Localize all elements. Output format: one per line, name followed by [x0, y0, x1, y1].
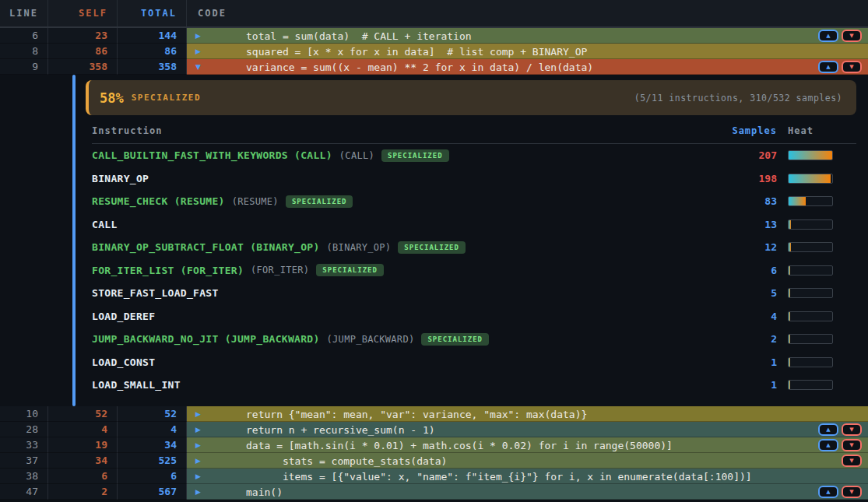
- line-number: 10: [0, 406, 48, 422]
- code-line-row[interactable]: 6 23 144 ▶ total = sum(data) # CALL + it…: [0, 28, 868, 44]
- expand-toggle-icon[interactable]: ▶: [195, 457, 201, 465]
- code-cell[interactable]: ▼ variance = sum((x - mean) ** 2 for x i…: [187, 59, 868, 75]
- down-arrow-icon: ▼: [849, 427, 853, 433]
- line-number: 37: [0, 453, 48, 469]
- code-rows-bottom: 10 52 52 ▶ return {"mean": mean, "var": …: [0, 406, 868, 500]
- code-cell[interactable]: ▶ squared = [x * x for x in data] # list…: [187, 44, 868, 59]
- self-samples: 86: [48, 44, 118, 59]
- down-arrow-icon: ▼: [849, 458, 853, 464]
- instruction-table-header: Instruction Samples Heat: [92, 125, 856, 144]
- hotspot-nav-buttons: ▲ ▼: [818, 423, 862, 436]
- down-arrow-icon: ▼: [849, 64, 853, 70]
- hotspot-nav-buttons: ▲ ▼: [818, 30, 862, 42]
- code-cell[interactable]: ▶ data = [math.sin(i * 0.01) + math.cos(…: [187, 437, 868, 453]
- line-number: 9: [0, 59, 48, 75]
- heat-bar: [788, 357, 833, 367]
- column-header-line: LINE: [0, 0, 48, 26]
- hotspot-nav-buttons: ▲ ▼: [818, 61, 862, 73]
- column-header-samples: Samples: [722, 125, 777, 136]
- code-cell[interactable]: ▶ main() ▲ ▼: [187, 484, 868, 500]
- total-samples: 567: [118, 484, 187, 500]
- instruction-samples: 13: [722, 219, 777, 230]
- prev-hotspot-button[interactable]: ▲: [818, 61, 838, 73]
- self-samples: 358: [48, 59, 118, 75]
- instruction-row: LOAD_CONST 1: [92, 351, 856, 374]
- next-hotspot-button[interactable]: ▼: [842, 61, 862, 73]
- instruction-name: JUMP_BACKWARD_NO_JIT (JUMP_BACKWARD): [92, 333, 320, 345]
- expand-toggle-icon[interactable]: ▶: [195, 488, 201, 496]
- self-samples: 4: [48, 422, 118, 437]
- prev-hotspot-button[interactable]: ▲: [818, 423, 838, 436]
- source-code: data = [math.sin(i * 0.01) + math.cos(i …: [246, 439, 673, 451]
- self-samples: 23: [48, 28, 118, 44]
- self-samples: 19: [48, 437, 118, 453]
- instruction-row: CALL_BUILTIN_FAST_WITH_KEYWORDS (CALL) (…: [92, 144, 856, 167]
- code-line-row[interactable]: 33 19 34 ▶ data = [math.sin(i * 0.01) + …: [0, 437, 868, 453]
- code-cell[interactable]: ▶ stats = compute_stats(data) ▼: [187, 453, 868, 469]
- heat-bar: [788, 380, 833, 390]
- specialized-badge: SPECIALIZED: [421, 333, 489, 346]
- code-line-row[interactable]: 8 86 86 ▶ squared = [x * x for x in data…: [0, 44, 868, 59]
- prev-hotspot-button[interactable]: ▲: [818, 30, 838, 42]
- instruction-name: STORE_FAST_LOAD_FAST: [92, 287, 219, 299]
- code-cell[interactable]: ▶ return n + recursive_sum(n - 1) ▲ ▼: [187, 422, 868, 437]
- next-hotspot-button[interactable]: ▼: [842, 439, 862, 451]
- code-cell[interactable]: ▶ return {"mean": mean, "var": variance,…: [187, 406, 868, 422]
- total-samples: 52: [118, 406, 187, 422]
- source-code: stats = compute_stats(data): [246, 455, 447, 466]
- code-cell[interactable]: ▶ items = [{"value": x, "name": f"item_{…: [187, 469, 868, 484]
- total-samples: 6: [118, 469, 187, 484]
- expand-toggle-icon[interactable]: ▶: [195, 410, 201, 418]
- prev-hotspot-button[interactable]: ▲: [818, 486, 838, 498]
- column-header-self: SELF: [48, 0, 118, 26]
- instruction-row: JUMP_BACKWARD_NO_JIT (JUMP_BACKWARD) (JU…: [92, 328, 856, 351]
- expansion-panel: 58% SPECIALIZED (5/11 instructions, 310/…: [0, 75, 868, 406]
- instruction-name: LOAD_SMALL_INT: [92, 379, 181, 391]
- instruction-samples: 1: [722, 379, 777, 391]
- expand-toggle-icon[interactable]: ▶: [195, 441, 201, 449]
- next-hotspot-button[interactable]: ▼: [842, 423, 862, 436]
- heat-bar-fill: [789, 174, 831, 183]
- code-line-row[interactable]: 10 52 52 ▶ return {"mean": mean, "var": …: [0, 406, 868, 422]
- expand-toggle-icon[interactable]: ▶: [195, 47, 201, 55]
- code-line-row[interactable]: 9 358 358 ▼ variance = sum((x - mean) **…: [0, 59, 868, 75]
- instruction-samples: 207: [722, 149, 777, 161]
- instruction-row: STORE_FAST_LOAD_FAST 5: [92, 282, 856, 305]
- source-code: main(): [246, 486, 283, 497]
- expand-toggle-icon[interactable]: ▼: [195, 63, 201, 71]
- instruction-row: LOAD_SMALL_INT 1: [92, 374, 856, 397]
- next-hotspot-button[interactable]: ▼: [842, 486, 862, 498]
- next-hotspot-button[interactable]: ▼: [842, 30, 862, 42]
- instruction-samples: 1: [722, 356, 777, 368]
- expand-toggle-icon[interactable]: ▶: [195, 472, 201, 480]
- self-samples: 52: [48, 406, 118, 422]
- line-number: 6: [0, 28, 48, 44]
- instruction-samples: 5: [722, 287, 777, 299]
- heat-bar-fill: [789, 220, 791, 229]
- up-arrow-icon: ▲: [826, 64, 830, 70]
- instruction-name: CALL: [92, 219, 118, 230]
- expand-toggle-icon[interactable]: ▶: [195, 32, 201, 40]
- column-header-heat: Heat: [788, 125, 856, 136]
- heat-bar-fill: [789, 381, 790, 389]
- expand-toggle-icon[interactable]: ▶: [195, 426, 201, 434]
- source-code: squared = [x * x for x in data] # list c…: [246, 45, 587, 57]
- code-line-row[interactable]: 28 4 4 ▶ return n + recursive_sum(n - 1)…: [0, 422, 868, 437]
- code-line-row[interactable]: 37 34 525 ▶ stats = compute_stats(data) …: [0, 453, 868, 469]
- total-samples: 144: [118, 28, 187, 44]
- code-line-row[interactable]: 47 2 567 ▶ main() ▲ ▼: [0, 484, 868, 500]
- heat-bar: [788, 288, 833, 298]
- code-line-row[interactable]: 38 6 6 ▶ items = [{"value": x, "name": f…: [0, 469, 868, 484]
- instruction-samples: 6: [722, 265, 777, 276]
- total-samples: 358: [118, 59, 187, 75]
- prev-hotspot-button[interactable]: ▲: [818, 439, 838, 451]
- heat-bar-fill: [789, 312, 790, 321]
- line-number: 8: [0, 44, 48, 59]
- table-header: LINE SELF TOTAL CODE: [0, 0, 868, 28]
- hotspot-nav-buttons: ▼: [842, 455, 862, 467]
- code-cell[interactable]: ▶ total = sum(data) # CALL + iteration ▲…: [187, 28, 868, 44]
- next-hotspot-button[interactable]: ▼: [842, 455, 862, 467]
- instruction-base-opcode: (BINARY_OP): [327, 242, 392, 253]
- instruction-samples: 198: [722, 173, 777, 184]
- instruction-samples: 12: [722, 241, 777, 253]
